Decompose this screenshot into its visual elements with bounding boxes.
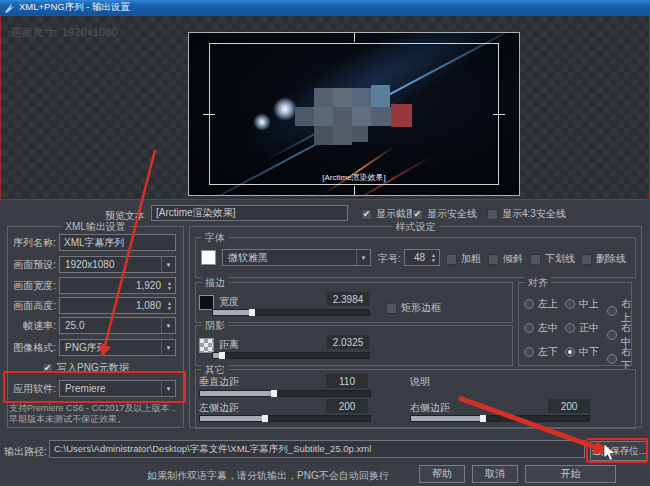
slider-knob[interactable]: [271, 390, 277, 397]
left-margin-value: 200: [326, 399, 368, 413]
shadow-group-title: 阴影: [202, 320, 228, 331]
shadow-distance-value: 2.0325: [327, 335, 369, 349]
framerate-row: 帧速率: 25.0: [10, 317, 176, 334]
dropdown-arrow-icon[interactable]: [161, 318, 175, 333]
xml-output-group-title: XML输出设置: [62, 221, 129, 232]
safe-area-frame: [209, 43, 499, 185]
height-row: 画面高度: 1,080: [10, 297, 176, 314]
preview-tick-right: [493, 114, 505, 115]
footer-hint: 如果制作双语字幕，请分轨输出，PNG不会自动回换行: [147, 469, 389, 483]
font-color-swatch[interactable]: [201, 250, 216, 265]
checkbox-icon[interactable]: [581, 254, 592, 265]
v-margin-label: 垂直边距: [199, 375, 239, 389]
stroke-color-swatch[interactable]: [199, 295, 214, 310]
checkbox-icon[interactable]: [386, 303, 397, 314]
v-margin-slider[interactable]: [199, 390, 371, 397]
align-radio-bottom-left[interactable]: 左下: [524, 345, 558, 359]
checkbox-icon[interactable]: [487, 209, 498, 220]
height-spinner[interactable]: 1,080: [59, 297, 176, 314]
highlight-rect-choose-button: [586, 438, 648, 463]
preview-tick-top: [354, 33, 355, 42]
help-button[interactable]: 帮助: [419, 465, 465, 483]
sequence-name-input[interactable]: [59, 234, 176, 251]
preview-subtitle: [Arctime渲染效果]: [189, 172, 519, 183]
right-margin-value: 200: [548, 399, 590, 413]
sequence-name-row: 序列名称:: [10, 234, 176, 251]
canvas-size-label: 画面尺寸: 1920x1080: [11, 26, 118, 40]
field-label: 画面高度:: [10, 299, 56, 313]
output-path-input[interactable]: [49, 440, 585, 458]
underline-checkbox[interactable]: 下划线: [530, 252, 575, 266]
align-radio-bottom-center[interactable]: 中下: [565, 345, 599, 359]
v-margin-value: 110: [326, 374, 368, 388]
app-icon: [4, 2, 15, 13]
style-settings-group: 样式设定 字体 微软雅黑 字号: 48 加粗 倾斜 下划线 删除线 描边 宽度 …: [189, 226, 642, 428]
rect-border-checkbox[interactable]: 矩形边框: [386, 301, 441, 315]
slider-knob[interactable]: [262, 415, 268, 422]
image-format-dropdown[interactable]: PNG序列: [59, 339, 176, 356]
spinner-arrows-icon[interactable]: [164, 298, 175, 313]
framerate-dropdown[interactable]: 25.0: [59, 317, 176, 334]
shadow-distance-label: 距离: [219, 338, 239, 352]
spinner-arrows-icon[interactable]: [428, 250, 439, 265]
stroke-group-title: 描边: [202, 277, 228, 288]
dropdown-arrow-icon[interactable]: [161, 257, 175, 272]
font-size-spinner[interactable]: 48: [404, 249, 440, 266]
highlight-rect-app-software: [3, 371, 186, 403]
align-group-title: 对齐: [525, 277, 551, 288]
dropdown-arrow-icon[interactable]: [356, 250, 370, 265]
slider-knob[interactable]: [249, 309, 255, 316]
start-button[interactable]: 开始: [525, 465, 616, 483]
checkbox-icon[interactable]: [488, 254, 499, 265]
shadow-color-swatch[interactable]: [199, 338, 214, 353]
output-path-label: 输出路径:: [4, 445, 47, 459]
slider-knob[interactable]: [219, 352, 225, 359]
stroke-width-label: 宽度: [219, 295, 239, 309]
style-settings-group-title: 样式设定: [393, 221, 439, 232]
width-spinner[interactable]: 1,920: [59, 277, 176, 294]
other-group: 其它 垂直边距 110 左侧边距 200 说明 右侧边距 200: [195, 369, 636, 429]
checkbox-icon[interactable]: [530, 254, 541, 265]
show-screenshot-checkbox[interactable]: 显示截图: [361, 207, 416, 221]
align-radio-top-center[interactable]: 中上: [565, 297, 599, 311]
window-title: XML+PNG序列 - 输出设置: [19, 1, 130, 14]
checkbox-icon[interactable]: [361, 209, 372, 220]
right-margin-label: 右侧边距: [410, 401, 450, 415]
checkbox-icon[interactable]: [446, 254, 457, 265]
align-group: 对齐 左上 中上 右上 左中 正中 右中 左下 中下 右下: [518, 282, 632, 366]
show-43-safe-lines-checkbox[interactable]: 显示4:3安全线: [487, 207, 566, 221]
width-row: 画面宽度: 1,920: [10, 277, 176, 294]
preview-text-input[interactable]: [151, 205, 348, 221]
preview-area: 画面尺寸: 1920x1080: [0, 15, 650, 200]
font-group: 字体 微软雅黑 字号: 48 加粗 倾斜 下划线 删除线: [195, 237, 636, 278]
stroke-group: 描边 宽度 2.3984 矩形边框: [195, 282, 513, 323]
left-margin-slider[interactable]: [199, 415, 371, 422]
bold-checkbox[interactable]: 加粗: [446, 252, 481, 266]
description-label: 说明: [410, 375, 430, 389]
align-radio-mid-left[interactable]: 左中: [524, 321, 558, 335]
font-group-title: 字体: [202, 232, 228, 243]
field-label: 图像格式:: [10, 341, 56, 355]
preset-dropdown[interactable]: 1920x1080: [59, 256, 176, 273]
strikethrough-checkbox[interactable]: 删除线: [581, 252, 626, 266]
font-family-dropdown[interactable]: 微软雅黑: [222, 249, 371, 266]
export-settings-dialog: XML+PNG序列 - 输出设置 画面尺寸: 1920x1080: [0, 0, 650, 486]
align-radio-center[interactable]: 正中: [565, 321, 599, 335]
show-safe-lines-checkbox[interactable]: 显示安全线: [412, 207, 477, 221]
preset-row: 画面预设: 1920x1080: [10, 256, 176, 273]
dropdown-arrow-icon[interactable]: [161, 340, 175, 355]
slider-knob[interactable]: [480, 415, 486, 422]
align-radio-top-left[interactable]: 左上: [524, 297, 558, 311]
shadow-distance-slider[interactable]: [212, 352, 370, 359]
field-label: 画面宽度:: [10, 279, 56, 293]
field-label: 帧速率:: [10, 319, 56, 333]
right-margin-slider[interactable]: [410, 415, 590, 422]
titlebar: XML+PNG序列 - 输出设置: [0, 0, 650, 15]
italic-checkbox[interactable]: 倾斜: [488, 252, 523, 266]
checkbox-icon[interactable]: [412, 209, 423, 220]
spinner-arrows-icon[interactable]: [164, 278, 175, 293]
stroke-width-value: 2.3984: [327, 292, 369, 306]
image-format-row: 图像格式: PNG序列: [10, 339, 176, 356]
stroke-width-slider[interactable]: [212, 309, 370, 316]
cancel-button[interactable]: 取消: [472, 465, 518, 483]
